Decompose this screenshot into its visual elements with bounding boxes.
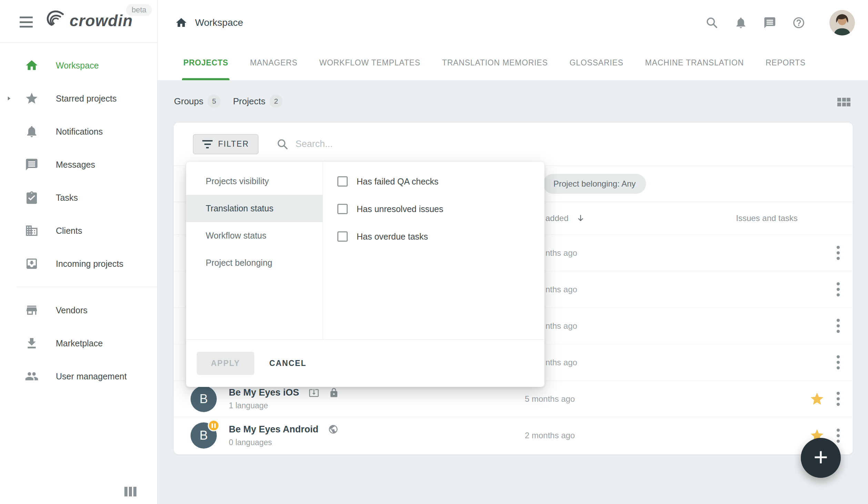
row-menu-kebab-icon[interactable]: [830, 308, 846, 344]
crowdin-logo[interactable]: crowdin: [44, 10, 133, 31]
project-belonging-chip[interactable]: Project belonging: Any: [543, 174, 646, 194]
breadcrumb-home-icon[interactable]: [175, 17, 187, 29]
help-icon[interactable]: [792, 16, 805, 29]
project-info: Be My Eyes Android 0 languages: [229, 417, 338, 454]
filter-menu-projects-visibility[interactable]: Projects visibility: [186, 168, 323, 195]
filter-button-label: FILTER: [218, 139, 249, 149]
user-avatar[interactable]: [829, 10, 855, 35]
collection-bar: Groups 5 Projects 2: [174, 90, 283, 112]
sidebar-item-label: Tasks: [56, 193, 78, 203]
sidebar-item-starred-projects[interactable]: Starred projects: [0, 82, 157, 115]
hamburger-menu-icon[interactable]: [20, 17, 33, 28]
sidebar-item-clients[interactable]: Clients: [0, 214, 157, 247]
avatar-photo: [829, 10, 855, 35]
sidebar-header: crowdin beta: [0, 0, 157, 43]
messages-icon[interactable]: [763, 16, 776, 29]
column-header-issues-and-tasks: Issues and tasks: [736, 213, 798, 223]
column-header-added[interactable]: added: [545, 213, 585, 223]
beta-badge: beta: [126, 4, 152, 16]
project-searchbox: [276, 138, 502, 150]
grid-view-icon[interactable]: [837, 98, 850, 106]
filter-dropdown-options: Has failed QA checks Has unresolved issu…: [323, 162, 544, 339]
tab-workflow-templates[interactable]: WORKFLOW TEMPLATES: [319, 45, 420, 80]
starred-icon[interactable]: [809, 391, 825, 407]
row-menu-kebab-icon[interactable]: [830, 381, 846, 417]
clipboard-check-icon: [25, 191, 39, 204]
sidebar-item-tasks[interactable]: Tasks: [0, 181, 157, 214]
filter-list-icon: [202, 140, 213, 148]
globe-icon: [328, 424, 338, 434]
sidebar-item-incoming-projects[interactable]: Incoming projects: [0, 247, 157, 280]
download-icon: [25, 336, 39, 350]
page-title: Workspace: [195, 17, 243, 28]
filter-dropdown-menu: Projects visibility Translation status W…: [186, 162, 323, 339]
filter-menu-project-belonging[interactable]: Project belonging: [186, 249, 323, 276]
lock-icon: [329, 388, 339, 398]
row-added-time: 2 months ago: [525, 431, 575, 440]
search-icon[interactable]: [705, 16, 718, 29]
building-icon: [25, 224, 39, 238]
sidebar-item-vendors[interactable]: Vendors: [0, 294, 157, 327]
cancel-button[interactable]: CANCEL: [269, 359, 307, 368]
row-menu-kebab-icon[interactable]: [830, 344, 846, 380]
project-avatar: B: [191, 422, 217, 449]
sidebar: crowdin beta Workspace Starred projects …: [0, 0, 157, 504]
row-menu-kebab-icon[interactable]: [830, 235, 846, 271]
sidebar-item-workspace[interactable]: Workspace: [0, 49, 157, 82]
project-languages: 0 languages: [229, 438, 338, 447]
row-added-time: nths ago: [545, 248, 577, 258]
create-project-fab[interactable]: +: [801, 438, 841, 478]
filter-menu-workflow-status[interactable]: Workflow status: [186, 222, 323, 249]
tab-managers[interactable]: MANAGERS: [250, 45, 297, 80]
filter-dropdown-footer: APPLY CANCEL: [186, 339, 544, 387]
notifications-bell-icon[interactable]: [734, 16, 747, 29]
tab-machine-translation[interactable]: MACHINE TRANSLATION: [645, 45, 744, 80]
project-search-input[interactable]: [296, 139, 502, 149]
option-has-unresolved-issues[interactable]: Has unresolved issues: [323, 195, 544, 223]
people-icon: [25, 369, 39, 383]
groups-toggle[interactable]: Groups: [174, 96, 203, 107]
apply-button[interactable]: APPLY: [197, 352, 254, 375]
projects-toggle[interactable]: Projects: [233, 96, 265, 107]
table-row-be-my-eyes-android[interactable]: B Be My Eyes Android 0 languages 2 month…: [174, 417, 853, 454]
sidebar-item-marketplace[interactable]: Marketplace: [0, 327, 157, 360]
tab-projects[interactable]: PROJECTS: [183, 45, 228, 80]
app-header: Workspace: [157, 0, 868, 45]
inbox-down-icon: [25, 257, 39, 271]
crowdin-workspace-page: crowdin beta Workspace Starred projects …: [0, 0, 868, 504]
option-has-failed-qa-checks[interactable]: Has failed QA checks: [323, 168, 544, 195]
message-icon: [25, 158, 39, 171]
filter-dropdown: Projects visibility Translation status W…: [186, 162, 544, 387]
row-added-time: 5 months ago: [525, 394, 575, 404]
checkbox-unchecked[interactable]: [337, 176, 348, 187]
sidebar-item-label: Incoming projects: [56, 259, 123, 269]
added-column-label: added: [545, 213, 569, 223]
checkbox-unchecked[interactable]: [337, 231, 348, 242]
sort-desc-icon: [576, 213, 585, 223]
sidebar-item-label: Marketplace: [56, 338, 103, 348]
project-title: Be My Eyes iOS: [229, 387, 299, 398]
sidebar-item-notifications[interactable]: Notifications: [0, 115, 157, 148]
filter-menu-translation-status[interactable]: Translation status: [186, 195, 323, 222]
sidebar-item-messages[interactable]: Messages: [0, 148, 157, 181]
expand-arrow-icon[interactable]: [6, 95, 12, 102]
sidebar-item-user-management[interactable]: User management: [0, 360, 157, 393]
option-has-overdue-tasks[interactable]: Has overdue tasks: [323, 223, 544, 250]
filter-button[interactable]: FILTER: [193, 134, 258, 154]
plus-icon: +: [814, 444, 828, 469]
sidebar-item-label: Clients: [56, 226, 82, 236]
sidebar-item-label: User management: [56, 371, 127, 381]
tab-reports[interactable]: REPORTS: [766, 45, 806, 80]
tab-glossaries[interactable]: GLOSSARIES: [570, 45, 623, 80]
option-label: Has overdue tasks: [357, 232, 428, 242]
row-menu-kebab-icon[interactable]: [830, 271, 846, 307]
row-added-time: nths ago: [545, 358, 577, 367]
checkbox-unchecked[interactable]: [337, 204, 348, 214]
sidebar-item-label: Starred projects: [56, 94, 116, 104]
logo-wordmark: crowdin: [70, 11, 133, 30]
tab-translation-memories[interactable]: TRANSLATION MEMORIES: [442, 45, 548, 80]
workspace-tabs: PROJECTS MANAGERS WORKFLOW TEMPLATES TRA…: [157, 45, 868, 80]
crowdin-emblem-icon: [44, 10, 66, 31]
header-actions: [705, 0, 868, 45]
sidebar-collapse-icon[interactable]: [124, 487, 136, 496]
